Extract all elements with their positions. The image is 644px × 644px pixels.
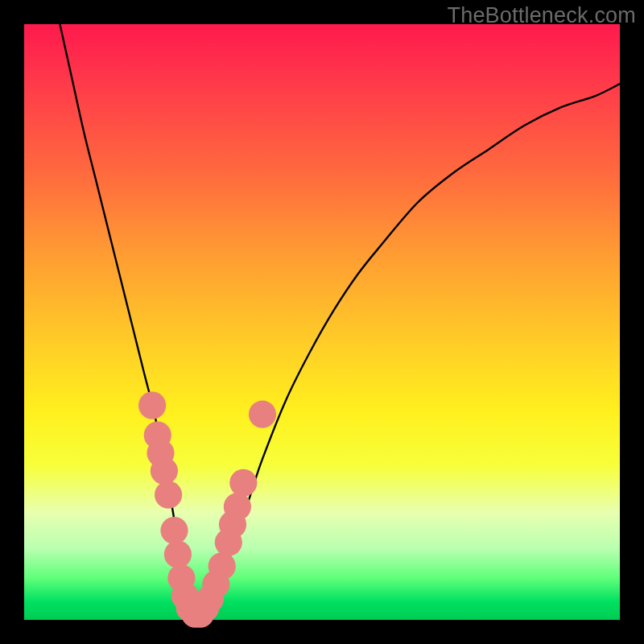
bottleneck-curve bbox=[60, 24, 620, 616]
data-markers bbox=[138, 392, 276, 628]
curve-svg bbox=[24, 24, 620, 620]
data-marker bbox=[224, 493, 251, 520]
data-marker bbox=[164, 541, 192, 568]
data-marker bbox=[138, 392, 166, 419]
curve-path bbox=[60, 24, 620, 616]
data-marker bbox=[160, 517, 188, 544]
data-marker bbox=[151, 457, 178, 485]
chart-frame: TheBottleneck.com bbox=[0, 0, 644, 644]
data-marker bbox=[155, 481, 182, 509]
data-marker bbox=[229, 469, 257, 497]
data-marker bbox=[208, 552, 236, 580]
plot-area bbox=[24, 24, 620, 620]
data-marker bbox=[249, 401, 276, 428]
